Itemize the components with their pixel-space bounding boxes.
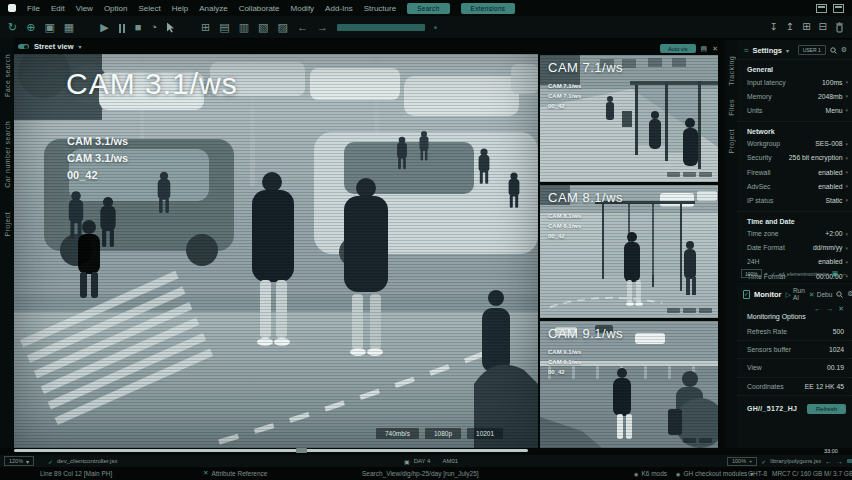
panel-zoom-chip[interactable]: 100% — [741, 269, 762, 278]
menu-structure[interactable]: Structure — [364, 4, 396, 13]
search-icon[interactable] — [830, 47, 837, 54]
setting-row-units[interactable]: Units Menu ▾ — [737, 103, 852, 117]
cursor-icon[interactable] — [166, 22, 175, 33]
frame-chip[interactable]: 10201 — [467, 428, 503, 439]
run-ai-tab[interactable]: ▷ Run AI — [786, 287, 805, 301]
search-icon[interactable] — [836, 291, 843, 298]
import-page-icon[interactable]: ▧ — [258, 22, 268, 33]
menu-file[interactable]: File — [27, 4, 40, 13]
app-icon[interactable] — [8, 4, 16, 12]
panel-tab-tracking[interactable]: Tracking — [728, 56, 735, 86]
sidebar-tab-project[interactable]: Project — [4, 212, 11, 237]
back-arrow-icon[interactable]: ← — [297, 22, 308, 33]
debug-tab[interactable]: ✕ Debu — [809, 291, 832, 298]
menu-modify[interactable]: Modify — [291, 4, 315, 13]
setting-row-input-latency[interactable]: Input latency 100ms ▾ — [737, 75, 852, 89]
mini-chip[interactable] — [699, 308, 712, 313]
close-icon[interactable]: ✕ — [203, 470, 208, 477]
add-icon[interactable]: ⊞ — [802, 22, 810, 32]
status-progress-bar[interactable] — [847, 459, 852, 463]
toolbar-progress-bar[interactable] — [337, 24, 425, 31]
mini-chip[interactable] — [667, 172, 680, 177]
mini-chip[interactable] — [683, 172, 696, 177]
play-icon[interactable]: ▶ — [100, 22, 108, 33]
main-camera-feed[interactable]: CAM 3.1/ws CAM 3.1/ws CAM 3.1/ws 00_42 7… — [14, 54, 538, 448]
monitor-row-refresh-rate[interactable]: Refresh Rate 500 — [737, 323, 852, 341]
timeline-handle[interactable] — [296, 448, 307, 453]
setting-row-firewall[interactable]: Firewall enabled ▾ — [737, 165, 852, 179]
sidebar-tab-car-number-search[interactable]: Car number search — [4, 121, 11, 188]
check-icon[interactable]: ✓ — [761, 458, 766, 465]
trash-icon[interactable] — [835, 22, 844, 33]
camera-feed-7[interactable]: CAM 7.1/ws CAM 7.1/ws CAM 7.1/ws 00_42 — [540, 55, 718, 182]
camera-feed-9[interactable]: CAM 9.1/ws CAM 9.1/ws CAM 9.1/ws 00_42 — [540, 321, 718, 448]
pause-icon[interactable] — [118, 21, 126, 33]
arrow-left-icon[interactable]: ← — [825, 458, 832, 465]
check-icon[interactable]: ✓ — [771, 270, 776, 277]
search-button[interactable]: Search — [407, 3, 449, 14]
checkbox-icon[interactable]: ✓ — [743, 290, 750, 299]
gear-icon[interactable]: ⚙ — [841, 46, 847, 54]
monitor-row-sensors-buffer[interactable]: Sensors buffer 1024 — [737, 341, 852, 359]
arrow-left-icon[interactable]: ← — [814, 305, 821, 312]
panel-tab-project[interactable]: Project — [728, 129, 735, 154]
panel-zoom-chip[interactable]: 100% + — [727, 457, 757, 466]
gear-icon[interactable]: ⚙ — [847, 290, 852, 298]
setting-row-workgroup[interactable]: Workgroup SES-008 ▾ — [737, 137, 852, 151]
main-view-tab-label[interactable]: Street view — [34, 42, 74, 51]
setting-row-time-zone[interactable]: Time zone +2:00 ▾ — [737, 227, 852, 241]
menu-collaborate[interactable]: Collaborate — [239, 4, 280, 13]
view-toggle[interactable] — [18, 44, 29, 49]
menu-view[interactable]: View — [76, 4, 93, 13]
plus-icon[interactable]: + — [765, 271, 768, 276]
new-page-icon[interactable]: ▨ — [277, 22, 287, 33]
auto-vis-chip[interactable]: Auto vis — [660, 44, 696, 53]
setting-row-advsec[interactable]: AdvSec enabled ▾ — [737, 179, 852, 193]
setting-row-date-format[interactable]: Date Format dd/mm/yy ▾ — [737, 241, 852, 255]
close-icon[interactable]: ✕ — [838, 305, 844, 312]
menu-select[interactable]: Select — [138, 4, 160, 13]
chevron-down-icon[interactable]: ▾ — [79, 43, 82, 50]
sidebar-tab-face-search[interactable]: Face search — [4, 54, 11, 97]
anchor-tool-icon[interactable]: ⊕ — [26, 22, 35, 33]
download-icon[interactable]: ↧ — [769, 22, 777, 32]
grid-icon[interactable]: ▤ — [701, 45, 708, 52]
settings-title[interactable]: Settings — [752, 46, 782, 55]
zoom-level-chip[interactable]: 120% ▾ — [4, 456, 34, 466]
setting-row-memory[interactable]: Memory 2048mb ▾ — [737, 89, 852, 103]
close-icon[interactable]: ✕ — [712, 45, 718, 52]
mini-chip[interactable] — [667, 308, 680, 313]
menu-option[interactable]: Option — [104, 4, 128, 13]
menu-edit[interactable]: Edit — [51, 4, 65, 13]
new-window-icon[interactable]: ⊞ — [201, 22, 210, 33]
user-chip[interactable]: USER 1 — [798, 45, 826, 55]
mini-chip[interactable] — [699, 438, 712, 443]
arrow-left-icon[interactable]: ← — [841, 270, 848, 277]
camera-feed-8[interactable]: CAM 8.1/ws CAM 8.1/ws CAM 8.1/ws 00_42 — [540, 185, 718, 318]
timeline-scrubber[interactable] — [14, 449, 528, 452]
chevron-down-icon[interactable]: ▾ — [786, 47, 789, 54]
menu-help[interactable]: Help — [172, 4, 188, 13]
panels-icon[interactable]: ▤ — [219, 22, 229, 33]
extensions-button[interactable]: Extensions — [461, 3, 516, 14]
monitor-row-view[interactable]: View 00.19 — [737, 359, 852, 377]
mini-chip[interactable] — [699, 172, 712, 177]
forward-arrow-icon[interactable]: → — [317, 22, 328, 33]
panel-tab-files[interactable]: Files — [728, 99, 735, 116]
chevron-up-icon[interactable]: ⌃ — [839, 406, 845, 414]
printer-icon[interactable] — [833, 4, 844, 13]
monitor-title[interactable]: Monitor — [754, 290, 782, 299]
clock-icon[interactable]: ◔ — [150, 22, 157, 33]
upload-icon[interactable]: ↥ — [786, 22, 794, 32]
mini-chip[interactable] — [683, 438, 696, 443]
monitor-icon[interactable] — [816, 4, 827, 13]
resolution-chip[interactable]: 1080p — [425, 428, 461, 439]
save-all-icon[interactable]: ▦ — [64, 22, 74, 33]
monitor-row-coordinates[interactable]: Coordinates EE 12 HK 45 — [737, 378, 852, 396]
box-icon[interactable]: ▣ — [832, 270, 839, 277]
arrow-right-icon[interactable]: → — [836, 458, 843, 465]
stop-icon[interactable]: ■ — [135, 22, 142, 33]
setting-row-ip-status[interactable]: IP status Static ▾ — [737, 193, 852, 207]
export-page-icon[interactable]: ▥ — [239, 22, 249, 33]
save-icon[interactable]: ▣ — [44, 22, 54, 33]
